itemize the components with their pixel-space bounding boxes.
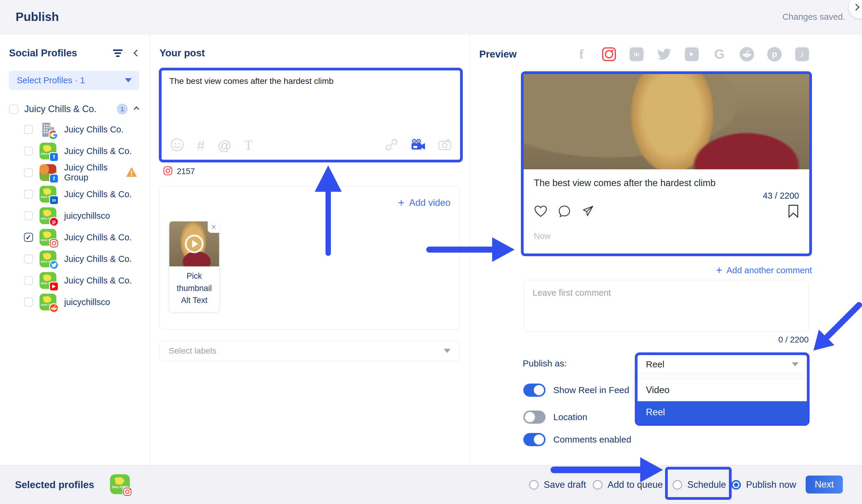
- post-text[interactable]: The best view comes after the hardest cl…: [169, 76, 452, 86]
- publish-now-label: Publish now: [746, 479, 796, 490]
- schedule-radio[interactable]: [672, 480, 682, 490]
- video-thumbnail-card[interactable]: × Pick thumbnail Alt Text: [169, 222, 219, 312]
- profile-checkbox-checked[interactable]: ✓: [24, 233, 33, 242]
- pinterest-icon: p: [49, 217, 59, 227]
- reddit-icon: [49, 303, 59, 313]
- tab-linkedin[interactable]: in: [628, 46, 645, 62]
- header: Publish Changes saved.: [0, 0, 862, 34]
- remove-video-button[interactable]: ×: [208, 221, 220, 233]
- facebook-icon: f: [49, 174, 59, 183]
- add-to-queue-option[interactable]: Add to queue: [593, 479, 663, 490]
- toggle-label: Comments enabled: [553, 435, 631, 445]
- save-status: Changes saved.: [782, 12, 845, 22]
- profile-row-reddit[interactable]: Juicy Chills juicychillsco: [9, 291, 139, 313]
- publish-as-select[interactable]: Reel: [638, 355, 807, 374]
- dropdown-option-reel-selected[interactable]: Reel: [638, 401, 807, 423]
- profile-row-facebook[interactable]: Juicy Chills f Juicy Chills & Co.: [9, 140, 139, 162]
- tab-youtube[interactable]: [684, 46, 700, 62]
- tab-reddit[interactable]: [739, 46, 755, 62]
- save-draft-option[interactable]: Save draft: [529, 479, 586, 490]
- profile-row-google[interactable]: Juicy Chills Co.: [9, 119, 139, 140]
- camera-icon[interactable]: [438, 139, 452, 152]
- play-icon: [185, 235, 204, 253]
- select-profiles-dropdown[interactable]: Select Profiles · 1: [9, 71, 139, 90]
- location-toggle[interactable]: [523, 411, 546, 424]
- tab-tiktok[interactable]: ♪: [794, 46, 810, 62]
- schedule-option[interactable]: Schedule: [672, 479, 726, 490]
- select-labels-dropdown[interactable]: Select labels: [159, 341, 460, 361]
- profile-checkbox[interactable]: [24, 125, 33, 134]
- avatar: Juicy Chills: [40, 294, 56, 310]
- profile-row-youtube[interactable]: Juicy Chills Juicy Chills & Co.: [9, 270, 139, 291]
- comment-icon: [558, 205, 571, 219]
- profile-row-pinterest[interactable]: Juicy Chills p juicychillsco: [9, 205, 139, 227]
- post-textarea-highlighted[interactable]: The best view comes after the hardest cl…: [159, 68, 463, 162]
- show-reel-in-feed-toggle[interactable]: [523, 384, 546, 397]
- profile-checkbox[interactable]: [24, 190, 33, 199]
- profile-row-twitter[interactable]: Juicy Chills Juicy Chills & Co.: [9, 248, 139, 270]
- add-comment-label: Add another comment: [727, 265, 812, 275]
- profile-checkbox[interactable]: [24, 276, 33, 285]
- chevron-up-icon[interactable]: [134, 106, 139, 112]
- profile-name: juicychillsco: [64, 211, 110, 221]
- profile-group-header[interactable]: Juicy Chills & Co. 1: [9, 104, 139, 115]
- profile-checkbox[interactable]: [24, 168, 33, 177]
- profile-name: Juicy Chills & Co.: [64, 254, 132, 264]
- filter-icon[interactable]: [113, 50, 122, 57]
- media-card: + Add video × Pick thumbnail Alt Text: [159, 186, 460, 330]
- dropdown-option-video[interactable]: Video: [638, 379, 807, 401]
- publish-now-radio-checked[interactable]: [731, 480, 741, 490]
- post-preview-highlighted: The best view comes after the hardest cl…: [521, 71, 812, 256]
- first-comment-input[interactable]: Leave first comment: [523, 280, 809, 331]
- instagram-char-count: 2157: [163, 166, 195, 177]
- facebook-icon: f: [49, 152, 59, 162]
- link-icon[interactable]: [384, 138, 398, 153]
- instagram-icon: [49, 239, 59, 248]
- chevron-down-icon: [792, 362, 798, 367]
- add-video-button[interactable]: + Add video: [398, 198, 450, 208]
- caption-char-counter: 43 / 2200: [534, 191, 799, 201]
- youtube-icon: [49, 282, 59, 291]
- emoji-icon[interactable]: [170, 137, 184, 153]
- next-button[interactable]: Next: [806, 476, 843, 493]
- tab-facebook[interactable]: f: [573, 46, 590, 62]
- video-icon[interactable]: [410, 139, 426, 152]
- save-draft-radio[interactable]: [529, 480, 539, 490]
- profile-row-instagram[interactable]: ✓ Juicy Chills Juicy Chills & Co.: [9, 227, 139, 248]
- preview-timestamp: Now: [534, 231, 799, 241]
- instagram-icon: [163, 166, 173, 177]
- selected-profile-avatar[interactable]: Juicy Chills: [110, 474, 130, 494]
- post-toolbar: # @ T: [170, 137, 452, 153]
- tab-google[interactable]: G: [711, 46, 728, 62]
- mention-icon[interactable]: @: [217, 138, 232, 152]
- tab-pinterest[interactable]: p: [766, 46, 783, 62]
- profile-name: Juicy Chills & Co.: [64, 146, 132, 156]
- publish-as-label: Publish as:: [523, 358, 567, 369]
- toggle-row-comments: Comments enabled: [523, 433, 631, 446]
- text-format-icon[interactable]: T: [244, 138, 253, 152]
- profile-checkbox[interactable]: [24, 297, 33, 306]
- toggle-row-location: Location: [523, 411, 587, 424]
- tab-twitter[interactable]: [656, 46, 672, 62]
- like-icon: [534, 205, 548, 219]
- avatar: Juicy Chills in: [40, 186, 56, 202]
- add-another-comment-button[interactable]: + Add another comment: [521, 265, 812, 276]
- hashtag-icon[interactable]: #: [197, 138, 205, 152]
- profile-row-linkedin[interactable]: Juicy Chills in Juicy Chills & Co.: [9, 183, 139, 205]
- pick-thumbnail-link[interactable]: Pick thumbnail: [171, 270, 217, 294]
- profile-checkbox[interactable]: [24, 254, 33, 263]
- publish-now-option[interactable]: Publish now: [731, 479, 796, 490]
- profile-name: Juicy Chills Group: [64, 163, 126, 183]
- group-checkbox[interactable]: [9, 105, 18, 114]
- collapse-sidebar-icon[interactable]: [134, 50, 141, 57]
- alt-text-link[interactable]: Alt Text: [171, 294, 217, 306]
- tab-instagram-active[interactable]: [601, 46, 617, 62]
- profile-checkbox[interactable]: [24, 147, 33, 156]
- profile-checkbox[interactable]: [24, 211, 33, 220]
- avatar: f: [40, 164, 56, 181]
- comments-enabled-toggle[interactable]: [523, 433, 546, 446]
- post-section-title: Your post: [159, 47, 205, 59]
- add-to-queue-radio[interactable]: [593, 480, 602, 490]
- profile-name: Juicy Chills & Co.: [64, 233, 132, 242]
- profile-row-facebook-group[interactable]: f Juicy Chills Group: [9, 162, 139, 183]
